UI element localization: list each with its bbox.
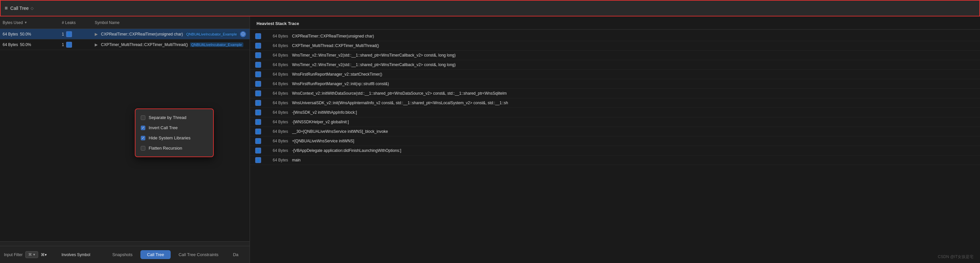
stack-item[interactable]: 👤 64 Bytes WnsContext_v2::initWithDataSo…	[250, 89, 980, 98]
stack-bytes: 64 Bytes	[265, 139, 288, 143]
sort-arrow: ▼	[24, 21, 27, 24]
stack-item[interactable]: 👤 64 Bytes -[WnsSDK_v2 initWithAppInfo:b…	[250, 108, 980, 117]
separate-by-thread-checkbox[interactable]	[141, 116, 145, 120]
involves-symbol-text: Involves Symbol	[62, 252, 90, 257]
bytes-used-header[interactable]: Bytes Used ▼	[3, 21, 62, 25]
stack-symbol: WnsTimer_v2::WnsTimer_v2(std::__1::share…	[292, 62, 456, 67]
stack-item[interactable]: 👤 64 Bytes __30+[QNBUALiveWnsService ini…	[250, 127, 980, 136]
stack-user-icon: 👤	[255, 81, 261, 87]
horizontal-scrollbar[interactable]	[0, 241, 250, 246]
popup-menu: Separate by Thread Invert Call Tree Hide…	[135, 108, 214, 157]
bytes-pct-0: 50.0%	[20, 32, 31, 36]
stack-symbol: WnsUniversalSDK_v2::init(WnsAppInternalI…	[292, 101, 508, 105]
stack-user-icon: 👤	[255, 33, 261, 39]
stack-bytes: 64 Bytes	[265, 129, 288, 134]
stack-bytes: 64 Bytes	[265, 53, 288, 57]
stack-bytes: 64 Bytes	[265, 120, 288, 124]
stack-bytes: 64 Bytes	[265, 82, 288, 86]
stack-item[interactable]: 👤 64 Bytes main	[250, 155, 980, 165]
leaks-header[interactable]: # Leaks	[62, 21, 95, 25]
heaviest-stack-header: Heaviest Stack Trace	[250, 16, 980, 30]
stack-user-icon: 👤	[255, 157, 261, 163]
symbol-name-1: CXPTimer_MultiThread::CXPTimer_MultiThre…	[101, 43, 188, 47]
hide-system-libraries-checkbox[interactable]	[141, 136, 145, 140]
symbol-name-header[interactable]: Symbol Name	[95, 21, 247, 25]
stack-symbol: WnsContext_v2::initWithDataSource(std::_…	[292, 91, 507, 96]
cell-symbol-1: ▶ CXPTimer_MultiThread::CXPTimer_MultiTh…	[95, 43, 247, 47]
cell-bytes-1: 64 Bytes 50.0%	[3, 43, 62, 47]
stack-bytes: 64 Bytes	[265, 158, 288, 162]
stack-user-icon: 👤	[255, 71, 261, 77]
stack-item[interactable]: 👤 64 Bytes -[WNSSDKHelper_v2 globalInit:…	[250, 117, 980, 127]
popup-item-separate-by-thread[interactable]: Separate by Thread	[135, 112, 213, 123]
bytes-value-1: 64 Bytes	[3, 43, 18, 47]
flatten-recursion-checkbox[interactable]	[141, 146, 145, 151]
watermark: CSDN @IT女孩是宅	[938, 254, 974, 260]
popup-item-invert-call-tree[interactable]: Invert Call Tree	[135, 123, 213, 133]
popup-label-flatten-recursion: Flatten Recursion	[149, 146, 182, 151]
stack-symbol: CXPRealTimer::CXPRealTimer(unsigned char…	[292, 34, 374, 38]
stack-user-icon: 👤	[255, 119, 261, 125]
stack-item[interactable]: 👤 64 Bytes -[VBAppDelegate application:d…	[250, 146, 980, 155]
user-icon-1: 👤	[66, 42, 72, 48]
stack-symbol: -[WNSSDKHelper_v2 globalInit:]	[292, 120, 349, 124]
leaks-value-0: 1	[62, 32, 64, 36]
stack-user-icon: 👤	[255, 147, 261, 154]
stack-user-icon: 👤	[255, 138, 261, 144]
popup-item-flatten-recursion[interactable]: Flatten Recursion	[135, 143, 213, 153]
stack-item[interactable]: 👤 64 Bytes CXPTimer_MultiThread::CXPTime…	[250, 41, 980, 51]
stack-item[interactable]: 👤 64 Bytes WnsTimer_v2::WnsTimer_v2(std:…	[250, 51, 980, 60]
cell-bytes-0: 64 Bytes 50.0%	[3, 32, 62, 36]
table-row[interactable]: 64 Bytes 50.0% 1 👤 ▶ CXPRealTimer::CXPRe…	[0, 29, 250, 40]
stack-symbol: WnsTimer_v2::WnsTimer_v2(std::__1::share…	[292, 53, 456, 57]
tab-snapshots[interactable]: Snapshots	[106, 250, 139, 259]
symbol-module-0: QNBUALiveIncubator_Example	[185, 32, 238, 36]
user-icon-0: 👤	[66, 31, 72, 37]
stack-item[interactable]: 👤 64 Bytes WnsUniversalSDK_v2::init(WnsA…	[250, 98, 980, 108]
popup-label-hide-system-libraries: Hide System Libraries	[149, 135, 191, 140]
symbol-name-0: CXPRealTimer::CXPRealTimer(unsigned char…	[101, 32, 183, 36]
stack-item[interactable]: 👤 64 Bytes CXPRealTimer::CXPRealTimer(un…	[250, 32, 980, 41]
title-bar-chevron[interactable]: ◇	[30, 6, 33, 11]
tab-call-tree-constraints[interactable]: Call Tree Constraints	[172, 250, 225, 259]
stack-bytes: 64 Bytes	[265, 43, 288, 48]
expand-arrow-0[interactable]: ▶	[95, 32, 98, 36]
stack-bytes: 64 Bytes	[265, 101, 288, 105]
info-icon-0[interactable]: ⓘ	[240, 31, 246, 37]
bytes-value-0: 64 Bytes	[3, 32, 18, 36]
invert-call-tree-checkbox[interactable]	[141, 125, 145, 130]
stack-user-icon: 👤	[255, 52, 261, 58]
stack-symbol: CXPTimer_MultiThread::CXPTimer_MultiThre…	[292, 43, 379, 48]
stack-symbol: WnsFirstRunReportManager_v2::startCheckT…	[292, 72, 382, 77]
stack-user-icon: 👤	[255, 109, 261, 116]
stack-item[interactable]: 👤 64 Bytes +[QNBUALiveWnsService initWNS…	[250, 136, 980, 146]
stack-item[interactable]: 👤 64 Bytes WnsFirstRunReportManager_v2::…	[250, 79, 980, 89]
filter-type-button[interactable]: ⌘ ▾	[25, 251, 38, 258]
stack-bytes: 64 Bytes	[265, 91, 288, 96]
title-bar-title: Call Tree	[10, 6, 29, 11]
bytes-pct-1: 50.0%	[20, 43, 31, 47]
stack-symbol: WnsFirstRunReportManager_v2::init(xp::st…	[292, 82, 389, 86]
tab-call-tree[interactable]: Call Tree	[140, 250, 171, 259]
stack-bytes: 64 Bytes	[265, 110, 288, 115]
stack-symbol: __30+[QNBUALiveWnsService initWNS]_block…	[292, 129, 388, 134]
tab-da[interactable]: Da	[226, 250, 245, 259]
stack-item[interactable]: 👤 64 Bytes WnsFirstRunReportManager_v2::…	[250, 70, 980, 79]
leaks-value-1: 1	[62, 43, 64, 47]
popup-label-separate-by-thread: Separate by Thread	[149, 115, 186, 120]
popup-label-invert-call-tree: Invert Call Tree	[149, 125, 178, 130]
table-row[interactable]: 64 Bytes 50.0% 1 👤 ▶ CXPTimer_MultiThrea…	[0, 40, 250, 50]
stack-user-icon: 👤	[255, 100, 261, 106]
stack-user-icon: 👤	[255, 43, 261, 49]
stack-item[interactable]: 👤 64 Bytes WnsTimer_v2::WnsTimer_v2(std:…	[250, 60, 980, 70]
right-panel: Heaviest Stack Trace 👤 64 Bytes CXPRealT…	[250, 16, 980, 263]
stack-symbol: -[WnsSDK_v2 initWithAppInfo:block:]	[292, 110, 357, 115]
cell-leaks-0: 1 👤	[62, 31, 95, 37]
popup-item-hide-system-libraries[interactable]: Hide System Libraries	[135, 133, 213, 143]
expand-arrow-1[interactable]: ▶	[95, 43, 98, 47]
stack-trace-list: 👤 64 Bytes CXPRealTimer::CXPRealTimer(un…	[250, 30, 980, 263]
filter-cmd-icon: ⌘	[28, 252, 32, 257]
column-headers: Bytes Used ▼ # Leaks Symbol Name	[0, 16, 250, 29]
cell-leaks-1: 1 👤	[62, 42, 95, 48]
stack-bytes: 64 Bytes	[265, 148, 288, 153]
